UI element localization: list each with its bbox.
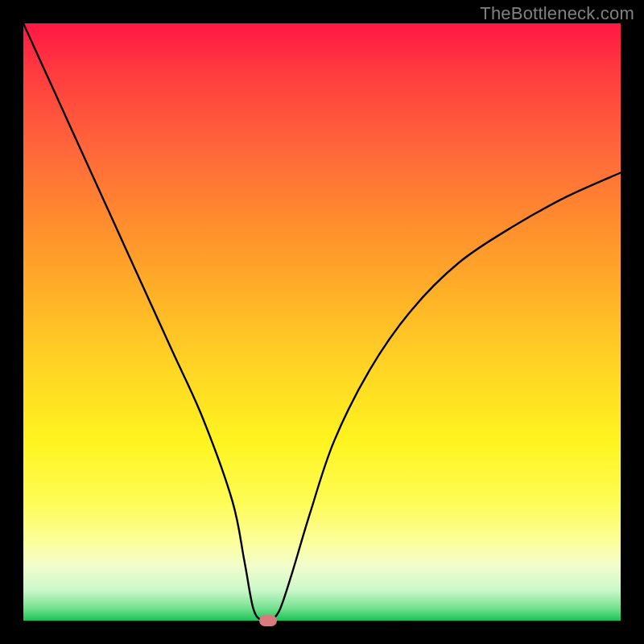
curve-svg xyxy=(23,23,621,621)
watermark-text: TheBottleneck.com xyxy=(480,3,634,24)
optimal-point-marker xyxy=(259,615,277,626)
plot-area xyxy=(23,23,621,621)
bottleneck-curve xyxy=(23,23,621,622)
chart-frame: TheBottleneck.com xyxy=(0,0,644,644)
